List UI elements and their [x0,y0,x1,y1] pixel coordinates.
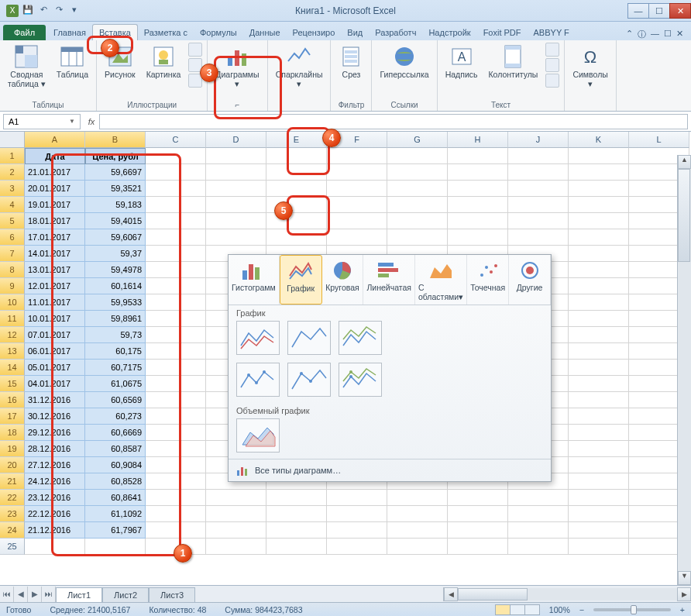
sheet-nav-prev[interactable]: ◀ [14,587,28,602]
cell-B16[interactable]: 60,6569 [85,392,146,408]
scroll-thumb-h[interactable] [458,588,528,601]
cell-J25[interactable] [508,539,569,555]
sheet-tab-1[interactable]: Лист1 [56,587,102,602]
cell-K6[interactable] [569,229,629,246]
view-layout[interactable] [510,604,525,615]
cell-G25[interactable] [387,539,448,555]
cell-H1[interactable] [448,148,508,164]
cell-B18[interactable]: 60,6669 [85,425,146,441]
cell-D6[interactable] [206,229,266,246]
cell-E23[interactable] [266,506,327,522]
col-header-B[interactable]: B [85,132,146,148]
cell-C19[interactable] [146,441,206,457]
row-header-10[interactable]: 10 [0,294,25,311]
cell-A18[interactable]: 29.12.2016 [25,425,85,441]
zoom-in-icon[interactable]: + [680,605,685,614]
charts-button[interactable]: Диаграммы ▾ [212,43,262,90]
cell-G23[interactable] [387,506,448,522]
cell-K14[interactable] [569,360,629,376]
cell-F1[interactable] [327,148,387,164]
row-header-23[interactable]: 23 [0,506,25,522]
zoom-out-icon[interactable]: − [579,605,584,614]
row-header-6[interactable]: 6 [0,229,25,246]
cell-K10[interactable] [569,294,629,311]
cell-C20[interactable] [146,457,206,473]
cell-H5[interactable] [448,213,508,229]
chart-type-pie[interactable]: Круговая [322,255,364,305]
cell-G5[interactable] [387,213,448,229]
cell-A5[interactable]: 18.01.2017 [25,213,85,229]
row-header-14[interactable]: 14 [0,360,25,376]
line3d-thumb[interactable] [236,418,280,453]
cell-B8[interactable]: 59,4978 [85,262,146,278]
col-header-L[interactable]: L [629,132,689,148]
fx-icon[interactable]: fx [84,117,99,126]
cell-F3[interactable] [327,181,387,197]
col-header-C[interactable]: C [146,132,206,148]
cell-C10[interactable] [146,294,206,311]
cell-E6[interactable] [266,229,327,246]
cell-A19[interactable]: 28.12.2016 [25,441,85,457]
sheet-nav-last[interactable]: ⏭ [42,587,56,602]
sparklines-button[interactable]: Спарклайны ▾ [273,43,326,90]
cell-A9[interactable]: 12.01.2017 [25,278,85,294]
sheet-tab-2[interactable]: Лист2 [102,587,149,602]
cell-H22[interactable] [448,490,508,506]
clipart-button[interactable]: Картинка [143,43,184,81]
tab-layout[interactable]: Разметка с [138,25,194,40]
cell-E22[interactable] [266,490,327,506]
tab-foxit[interactable]: Foxit PDF [477,25,528,40]
scroll-down-icon[interactable]: ▼ [678,571,691,585]
cell-B21[interactable]: 60,8528 [85,473,146,490]
cell-H25[interactable] [448,539,508,555]
ribbon-minimize-icon[interactable]: ⌃ [626,29,633,40]
row-header-11[interactable]: 11 [0,311,25,327]
minimize-button[interactable]: — [627,3,649,19]
chevron-down-icon[interactable]: ▼ [69,118,75,125]
cell-J6[interactable] [508,229,569,246]
cell-B5[interactable]: 59,4015 [85,213,146,229]
cell-D25[interactable] [206,539,266,555]
cell-G1[interactable] [387,148,448,164]
cell-C18[interactable] [146,425,206,441]
all-chart-types[interactable]: Все типы диаграмм… [229,459,551,481]
cell-B22[interactable]: 60,8641 [85,490,146,506]
cell-F5[interactable] [327,213,387,229]
row-header-13[interactable]: 13 [0,343,25,360]
cell-B2[interactable]: 59,6697 [85,164,146,181]
cell-G2[interactable] [387,164,448,181]
cell-C3[interactable] [146,181,206,197]
shapes-icon[interactable] [188,43,202,57]
tab-developer[interactable]: Разработч [369,25,422,40]
hyperlink-button[interactable]: Гиперссылка [376,43,431,81]
cell-K13[interactable] [569,343,629,360]
tab-view[interactable]: Вид [341,25,369,40]
cell-B1[interactable]: Цена, рубл [85,148,146,164]
row-header-16[interactable]: 16 [0,392,25,408]
cell-K3[interactable] [569,181,629,197]
cell-F23[interactable] [327,506,387,522]
row-header-5[interactable]: 5 [0,213,25,229]
cell-A15[interactable]: 04.01.2017 [25,376,85,392]
cell-D4[interactable] [206,197,266,213]
col-header-G[interactable]: G [387,132,448,148]
cell-A23[interactable]: 22.12.2016 [25,506,85,522]
cell-B11[interactable]: 59,8961 [85,311,146,327]
cell-C15[interactable] [146,376,206,392]
cell-K12[interactable] [569,327,629,343]
row-header-20[interactable]: 20 [0,457,25,473]
cell-F22[interactable] [327,490,387,506]
cell-H6[interactable] [448,229,508,246]
row-header-7[interactable]: 7 [0,246,25,262]
row-header-15[interactable]: 15 [0,376,25,392]
cell-B17[interactable]: 60,273 [85,408,146,425]
cell-K19[interactable] [569,441,629,457]
cell-J5[interactable] [508,213,569,229]
cell-A12[interactable]: 07.01.2017 [25,327,85,343]
cell-C22[interactable] [146,490,206,506]
cell-B3[interactable]: 59,3521 [85,181,146,197]
close-button[interactable]: ✕ [669,3,691,19]
cell-H23[interactable] [448,506,508,522]
cell-A25[interactable] [25,539,85,555]
cell-B6[interactable]: 59,6067 [85,229,146,246]
